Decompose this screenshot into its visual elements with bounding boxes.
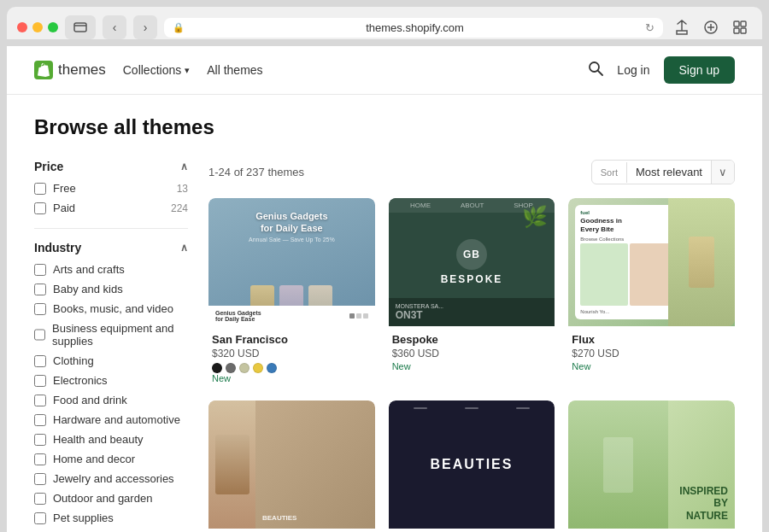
shopify-icon <box>34 61 53 79</box>
share-button[interactable] <box>670 15 694 39</box>
arts-checkbox[interactable] <box>34 264 46 276</box>
close-button[interactable] <box>17 22 27 32</box>
filter-item-business[interactable]: Business equipment and supplies <box>34 322 188 348</box>
refresh-icon[interactable]: ↻ <box>645 21 655 34</box>
browser-action-buttons <box>670 15 752 39</box>
theme-info-flux: Flux $270 USD New <box>568 326 735 375</box>
color-swatch[interactable] <box>239 363 249 373</box>
theme-info-sf: San Francisco $320 USD New <box>208 326 375 387</box>
color-swatch[interactable] <box>267 363 277 373</box>
themes-area: 1-24 of 237 themes Sort Most relevant ∨ <box>208 160 735 532</box>
filter-item-books[interactable]: Books, music, and video <box>34 302 188 315</box>
filter-item-electronics[interactable]: Electronics <box>34 374 188 387</box>
home-checkbox[interactable] <box>34 453 46 465</box>
sort-label: Sort <box>592 162 627 183</box>
forward-button[interactable]: › <box>133 15 157 39</box>
minimize-button[interactable] <box>32 22 43 32</box>
hardware-checkbox[interactable] <box>34 414 46 426</box>
filter-item-baby[interactable]: Baby and kids <box>34 283 188 295</box>
logo-text: themes <box>58 61 106 79</box>
filter-item-paid[interactable]: Paid 224 <box>34 202 188 214</box>
health-checkbox[interactable] <box>34 434 46 446</box>
site-header: themes Collections All themes Log in Sig… <box>7 46 762 95</box>
industry-filter-header[interactable]: Industry ∧ <box>34 241 188 254</box>
theme-colors-sf <box>212 363 372 373</box>
nav-collections[interactable]: Collections <box>123 63 190 77</box>
theme-name-flux: Flux <box>572 333 731 346</box>
theme-card-row2-1[interactable]: BEAUTIES <box>208 400 375 532</box>
sidebar-divider <box>34 228 188 229</box>
food-checkbox[interactable] <box>34 395 46 406</box>
filter-item-clothing[interactable]: Clothing <box>34 354 188 367</box>
new-tab-button[interactable] <box>699 15 723 39</box>
color-swatch[interactable] <box>253 363 263 373</box>
price-filter-section: Price ∧ Free 13 Paid 224 <box>34 160 188 214</box>
theme-price-flux: $270 USD <box>572 348 731 360</box>
color-swatch[interactable] <box>226 363 236 373</box>
tab-switcher-button[interactable] <box>65 15 96 39</box>
theme-card-bespoke[interactable]: GB BESPOKE 🌿 MONSTERA SA... ON3T <box>389 198 555 387</box>
traffic-lights <box>17 22 58 32</box>
industry-chevron-icon: ∧ <box>180 242 188 254</box>
filter-item-pet[interactable]: Pet supplies <box>34 512 188 524</box>
theme-card-flux[interactable]: fuel Goodness inEvery Bite Browse Collec… <box>568 198 735 387</box>
clothing-checkbox[interactable] <box>34 355 46 367</box>
baby-checkbox[interactable] <box>34 284 46 295</box>
theme-name-bespoke: Bespoke <box>392 333 552 346</box>
svg-rect-7 <box>734 28 739 33</box>
theme-info-row2-1 <box>208 529 375 532</box>
signup-button[interactable]: Sign up <box>664 56 735 84</box>
theme-info-bespoke: Bespoke $360 USD New <box>389 326 555 375</box>
free-checkbox[interactable] <box>34 183 46 195</box>
price-chevron-icon: ∧ <box>180 161 188 172</box>
theme-card-row2-3[interactable]: INSPIREDBYNATURE <box>568 400 735 532</box>
svg-point-9 <box>590 62 599 72</box>
address-bar[interactable]: 🔒 themes.shopify.com ↻ <box>164 18 663 38</box>
nav-all-themes[interactable]: All themes <box>207 63 262 77</box>
theme-thumbnail-flux: fuel Goodness inEvery Bite Browse Collec… <box>568 198 735 326</box>
site-logo[interactable]: themes <box>34 61 106 79</box>
industry-filter-section: Industry ∧ Arts and crafts Baby and kids <box>34 241 188 532</box>
books-checkbox[interactable] <box>34 303 46 315</box>
filter-item-hardware[interactable]: Hardware and automotive <box>34 413 188 426</box>
business-checkbox[interactable] <box>34 329 45 341</box>
site-nav: Collections All themes <box>123 63 572 77</box>
pet-checkbox[interactable] <box>34 512 46 524</box>
maximize-button[interactable] <box>48 22 58 32</box>
paid-checkbox[interactable] <box>34 202 46 214</box>
url-text: themes.shopify.com <box>190 21 640 34</box>
filter-item-outdoor[interactable]: Outdoor and garden <box>34 492 188 505</box>
theme-badge-bespoke: New <box>392 361 552 371</box>
electronics-checkbox[interactable] <box>34 375 46 387</box>
sort-value: Most relevant <box>627 161 711 184</box>
header-actions: Log in Sign up <box>588 56 735 84</box>
filter-item-free[interactable]: Free 13 <box>34 182 188 195</box>
theme-thumbnail-sf: Genius Gadgetsfor Daily Ease Annual Sale… <box>208 198 375 326</box>
theme-info-row2-2 <box>389 529 555 532</box>
filter-item-health[interactable]: Health and beauty <box>34 433 188 446</box>
outdoor-checkbox[interactable] <box>34 493 46 505</box>
price-filter-header[interactable]: Price ∧ <box>34 160 188 173</box>
svg-rect-8 <box>741 28 746 33</box>
theme-card-row2-2[interactable]: BEAUTIES <box>389 400 555 532</box>
theme-price-bespoke: $360 USD <box>392 348 552 360</box>
filter-item-jewelry[interactable]: Jewelry and accessories <box>34 472 188 485</box>
main-content: Browse all themes Price ∧ Free 13 <box>7 95 762 532</box>
jewelry-checkbox[interactable] <box>34 473 46 485</box>
filter-item-food[interactable]: Food and drink <box>34 394 188 406</box>
search-button[interactable] <box>588 61 603 80</box>
sort-chevron-icon[interactable]: ∨ <box>711 161 734 184</box>
svg-rect-5 <box>734 21 739 26</box>
sort-dropdown[interactable]: Sort Most relevant ∨ <box>591 160 735 184</box>
back-button[interactable]: ‹ <box>103 15 126 39</box>
theme-card-san-francisco[interactable]: Genius Gadgetsfor Daily Ease Annual Sale… <box>208 198 375 387</box>
svg-line-10 <box>598 71 602 75</box>
themes-grid: Genius Gadgetsfor Daily Ease Annual Sale… <box>208 198 735 532</box>
filter-item-home[interactable]: Home and decor <box>34 453 188 465</box>
color-swatch[interactable] <box>212 363 222 373</box>
theme-thumbnail-row2-3: INSPIREDBYNATURE <box>568 400 735 529</box>
filter-item-arts[interactable]: Arts and crafts <box>34 263 188 276</box>
page-title: Browse all themes <box>34 115 735 139</box>
tabs-overview-button[interactable] <box>728 15 752 39</box>
login-button[interactable]: Log in <box>617 63 649 77</box>
